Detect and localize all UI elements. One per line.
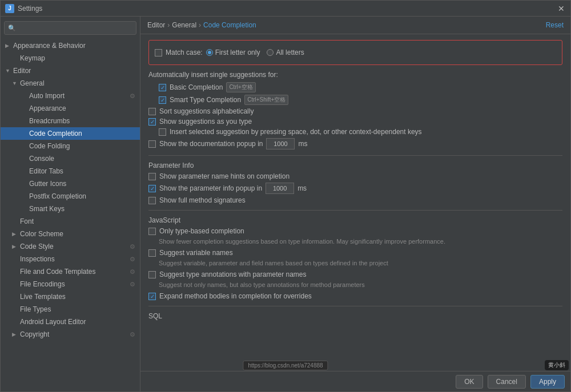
sidebar-item-label-code-folding: Code Folding (29, 142, 70, 150)
all-letters-radio[interactable]: All letters (267, 49, 304, 56)
close-button[interactable]: ✕ (557, 4, 566, 13)
breadcrumb-editor[interactable]: Editor (147, 21, 165, 29)
basic-completion-label: Basic Completion (170, 83, 223, 91)
expand-method-checkbox[interactable] (148, 293, 156, 300)
suggest-var-names-row: Suggest variable names (148, 249, 562, 257)
sidebar-item-label-editor-tabs: Editor Tabs (29, 167, 63, 175)
sep2: › (199, 21, 201, 29)
show-doc-popup-checkbox[interactable] (148, 140, 156, 148)
sidebar-item-code-completion[interactable]: Code Completion (1, 127, 140, 140)
only-type-based-label: Only type-based completion (159, 227, 244, 235)
sep1: › (167, 21, 170, 29)
sidebar-tree: Appearance & BehaviorKeymapEditorGeneral… (1, 39, 140, 341)
show-doc-popup-row: Show the documentation popup in ms (148, 138, 562, 149)
match-case-label: Match case: (166, 49, 203, 56)
sidebar-item-android-layout-editor[interactable]: Android Layout Editor (1, 316, 140, 328)
insert-selected-row: Insert selected suggestion by pressing s… (159, 128, 562, 136)
url-bar: https://blog.csdn.net/a724888 (243, 361, 328, 370)
sidebar-item-console[interactable]: Console (1, 152, 140, 165)
sidebar-item-icon-file-code-templates: ⚙ (130, 268, 135, 276)
sidebar-item-general[interactable]: General (1, 77, 140, 90)
sidebar-item-copyright[interactable]: Copyright⚙ (1, 328, 140, 341)
first-letter-label: First letter only (215, 49, 260, 56)
search-box[interactable]: 🔍 (4, 21, 136, 35)
sidebar: 🔍 Appearance & BehaviorKeymapEditorGener… (1, 17, 140, 391)
basic-completion-shortcut: Ctrl+空格 (226, 82, 255, 92)
window-title: Settings (18, 5, 557, 13)
sidebar-item-file-code-templates[interactable]: File and Code Templates⚙ (1, 265, 140, 278)
app-icon: J (5, 4, 14, 13)
sidebar-item-code-style[interactable]: Code Style⚙ (1, 240, 140, 253)
insert-selected-checkbox[interactable] (159, 128, 166, 136)
all-letters-label: All letters (276, 49, 304, 56)
sidebar-item-label-color-scheme: Color Scheme (20, 230, 63, 238)
show-param-popup-checkbox[interactable] (148, 185, 156, 192)
insert-selected-label: Insert selected suggestion by pressing s… (170, 128, 422, 136)
sidebar-item-label-breadcrumbs: Breadcrumbs (29, 117, 70, 125)
breadcrumb-current: Code Completion (203, 21, 256, 29)
show-as-type-label: Show suggestions as you type (159, 118, 252, 126)
sidebar-item-keymap[interactable]: Keymap (1, 52, 140, 64)
cancel-button[interactable]: Cancel (488, 375, 526, 389)
sidebar-item-label-general: General (20, 79, 45, 87)
sidebar-item-live-templates[interactable]: Live Templates (1, 290, 140, 303)
reset-button[interactable]: Reset (546, 21, 564, 29)
expand-method-label: Expand method bodies in completion for o… (159, 292, 312, 300)
show-full-signatures-checkbox[interactable] (148, 197, 156, 204)
sidebar-item-label-appearance: Appearance (29, 104, 66, 112)
sidebar-item-editor-tabs[interactable]: Editor Tabs (1, 165, 140, 177)
search-icon: 🔍 (8, 25, 16, 32)
sidebar-item-file-types[interactable]: File Types (1, 303, 140, 316)
show-param-ms-input[interactable] (266, 183, 294, 194)
suggest-type-annotations-desc: Suggest not only names, but also type an… (159, 281, 365, 288)
sidebar-item-icon-code-style: ⚙ (130, 243, 135, 250)
smart-type-checkbox[interactable] (159, 96, 166, 104)
show-doc-ms-input[interactable] (266, 138, 295, 149)
sort-alpha-label: Sort suggestions alphabetically (159, 107, 254, 115)
sidebar-item-gutter-icons[interactable]: Gutter Icons (1, 177, 140, 190)
all-letters-radio-btn (267, 49, 274, 56)
suggest-type-annotations-row: Suggest type annotations with parameter … (148, 270, 562, 278)
show-as-type-checkbox[interactable] (148, 118, 156, 126)
sidebar-item-appearance-behavior[interactable]: Appearance & Behavior (1, 39, 140, 52)
sidebar-item-smart-keys[interactable]: Smart Keys (1, 203, 140, 215)
suggest-type-annotations-label: Suggest type annotations with parameter … (159, 270, 306, 278)
sidebar-item-appearance[interactable]: Appearance (1, 102, 140, 115)
sidebar-item-auto-import[interactable]: Auto Import⚙ (1, 90, 140, 102)
sql-section-label: SQL (148, 312, 562, 320)
sidebar-item-inspections[interactable]: Inspections⚙ (1, 253, 140, 265)
divider-1 (148, 155, 562, 156)
basic-completion-checkbox[interactable] (159, 84, 166, 91)
sidebar-item-file-encodings[interactable]: File Encodings⚙ (1, 278, 140, 290)
sidebar-item-font[interactable]: Font (1, 215, 140, 228)
show-param-hints-row: Show parameter name hints on completion (148, 172, 562, 180)
watermark: 黄小斜 (545, 360, 569, 370)
sidebar-item-label-code-style: Code Style (20, 243, 54, 250)
only-type-based-checkbox[interactable] (148, 228, 156, 235)
show-full-signatures-row: Show full method signatures (148, 196, 562, 204)
sort-alpha-checkbox[interactable] (148, 108, 156, 115)
apply-button[interactable]: Apply (530, 375, 565, 389)
breadcrumb-general[interactable]: General (172, 21, 196, 29)
show-param-hints-checkbox[interactable] (148, 173, 156, 180)
show-param-hints-label: Show parameter name hints on completion (159, 172, 289, 180)
sidebar-item-label-inspections: Inspections (20, 255, 55, 263)
url-text: https://blog.csdn.net/a724888 (248, 362, 323, 369)
show-full-signatures-label: Show full method signatures (159, 196, 246, 204)
sidebar-item-postfix-completion[interactable]: Postfix Completion (1, 190, 140, 203)
sidebar-item-label-appearance-behavior: Appearance & Behavior (13, 42, 86, 50)
sidebar-item-color-scheme[interactable]: Color Scheme (1, 228, 140, 240)
first-letter-radio[interactable]: First letter only (206, 49, 260, 56)
sidebar-item-label-keymap: Keymap (20, 54, 45, 62)
sidebar-item-breadcrumbs[interactable]: Breadcrumbs (1, 115, 140, 127)
smart-type-label: Smart Type Completion (170, 96, 241, 104)
suggest-type-annotations-checkbox[interactable] (148, 271, 156, 278)
sidebar-item-editor[interactable]: Editor (1, 64, 140, 77)
sort-alpha-row: Sort suggestions alphabetically (148, 107, 562, 115)
only-type-based-desc: Show fewer completion suggestions based … (159, 238, 445, 245)
search-input[interactable] (18, 25, 132, 31)
suggest-var-names-checkbox[interactable] (148, 249, 156, 257)
match-case-checkbox[interactable] (155, 49, 162, 56)
sidebar-item-code-folding[interactable]: Code Folding (1, 140, 140, 152)
ok-button[interactable]: OK (456, 375, 482, 389)
